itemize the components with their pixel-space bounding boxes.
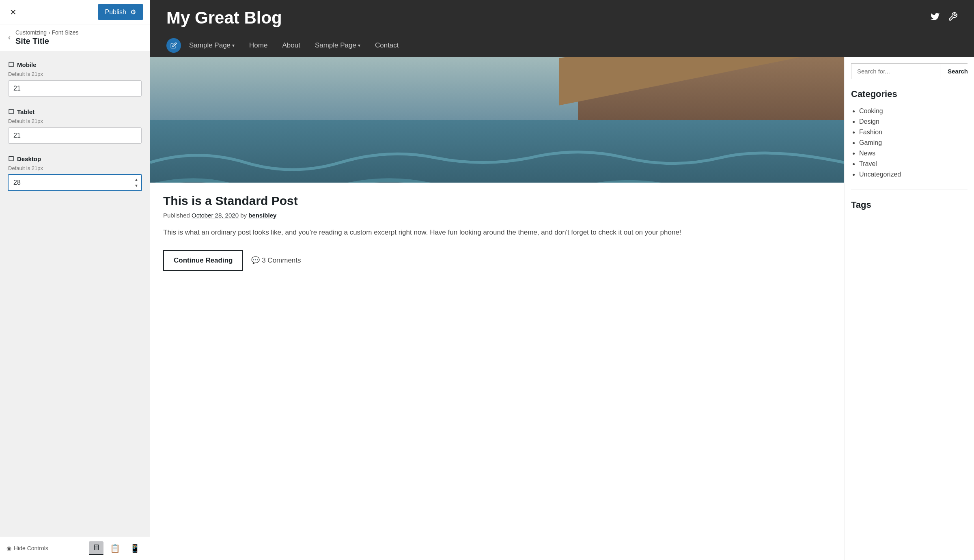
desktop-device-icon: ☐ <box>8 155 14 163</box>
breadcrumb-path: Customizing › Font Sizes <box>15 29 79 36</box>
continue-reading-button[interactable]: Continue Reading <box>163 250 243 271</box>
desktop-input[interactable] <box>8 174 142 191</box>
category-item[interactable]: Cooking <box>859 106 968 116</box>
nav-home[interactable]: Home <box>242 39 275 52</box>
comments-label: 3 Comments <box>262 256 301 264</box>
tags-widget: Tags <box>851 200 968 210</box>
sidebar: Search Categories CookingDesignFashionGa… <box>844 57 974 560</box>
publish-button[interactable]: Publish ⚙ <box>98 4 143 20</box>
site-nav: Sample Page ▾ Home About Sample Page ▾ C… <box>166 34 958 57</box>
nav-sample-page-1[interactable]: Sample Page ▾ <box>189 39 242 52</box>
blog-hero-image <box>150 57 844 183</box>
search-widget: Search <box>851 63 968 79</box>
preview-main: This is a Standard Post Published Octobe… <box>150 57 974 560</box>
top-bar: ✕ Publish ⚙ <box>0 0 150 24</box>
tablet-viewport-button[interactable]: 📋 <box>107 541 123 555</box>
dropdown-arrow-1: ▾ <box>232 43 235 48</box>
nav-sample-page-2[interactable]: Sample Page ▾ <box>308 39 368 52</box>
header-icons <box>930 12 958 24</box>
hide-controls-label: Hide Controls <box>14 545 48 551</box>
categories-widget: Categories CookingDesignFashionGamingNew… <box>851 89 968 190</box>
preview-area: My Great Blog <box>150 0 974 560</box>
tablet-section: ☐ Tablet Default is 21px <box>8 108 142 144</box>
svg-rect-13 <box>150 120 844 183</box>
tags-title: Tags <box>851 200 968 210</box>
category-item[interactable]: Gaming <box>859 138 968 148</box>
desktop-default-hint: Default is 21px <box>8 165 142 171</box>
twitter-icon[interactable] <box>930 12 940 24</box>
customizer-panel: ✕ Publish ⚙ ‹ Customizing › Font Sizes S… <box>0 0 150 560</box>
post-title: This is a Standard Post <box>163 194 831 208</box>
mobile-input[interactable] <box>8 80 142 97</box>
publish-label: Publish <box>105 9 126 16</box>
mobile-default-hint: Default is 21px <box>8 71 142 77</box>
gear-icon: ⚙ <box>130 8 136 16</box>
tablet-icon: ☐ <box>8 108 14 116</box>
mobile-icon: ☐ <box>8 61 14 69</box>
categories-title: Categories <box>851 89 968 99</box>
category-item[interactable]: Fashion <box>859 127 968 138</box>
comments-icon: 💬 <box>251 256 260 264</box>
comments-link[interactable]: 💬 3 Comments <box>251 256 301 265</box>
breadcrumb-title: Site Title <box>15 37 79 46</box>
desktop-label: ☐ Desktop <box>8 155 142 163</box>
mobile-section: ☐ Mobile Default is 21px <box>8 61 142 97</box>
category-item[interactable]: Uncategorized <box>859 169 968 180</box>
desktop-increment[interactable]: ▲ <box>133 177 140 183</box>
search-input[interactable] <box>851 64 940 79</box>
desktop-spinner: ▲ ▼ <box>133 177 140 189</box>
tablet-default-hint: Default is 21px <box>8 118 142 124</box>
site-title-row: My Great Blog <box>166 8 958 34</box>
search-button[interactable]: Search <box>940 64 974 79</box>
eye-icon: ◉ <box>6 545 11 551</box>
viewport-buttons: 🖥 📋 📱 <box>89 541 143 555</box>
close-button[interactable]: ✕ <box>6 4 20 20</box>
post-excerpt: This is what an ordinary post looks like… <box>163 227 831 239</box>
breadcrumb-section: ‹ Customizing › Font Sizes Site Title <box>0 24 150 51</box>
category-item[interactable]: Design <box>859 116 968 127</box>
blog-content: This is a Standard Post Published Octobe… <box>150 57 844 560</box>
dropdown-arrow-2: ▾ <box>358 43 360 48</box>
tablet-input[interactable] <box>8 127 142 144</box>
desktop-section: ☐ Desktop Default is 21px ▲ ▼ <box>8 155 142 191</box>
desktop-input-wrapper: ▲ ▼ <box>8 174 142 191</box>
tablet-label: ☐ Tablet <box>8 108 142 116</box>
category-item[interactable]: Travel <box>859 159 968 169</box>
desktop-viewport-button[interactable]: 🖥 <box>89 541 103 555</box>
site-title: My Great Blog <box>166 8 282 28</box>
breadcrumb-inner: Customizing › Font Sizes Site Title <box>15 29 79 46</box>
mobile-label: ☐ Mobile <box>8 61 142 69</box>
post-meta: Published October 28, 2020 by bensibley <box>163 212 831 219</box>
panel-content: ☐ Mobile Default is 21px ☐ Tablet Defaul… <box>0 51 150 536</box>
desktop-decrement[interactable]: ▼ <box>133 183 140 189</box>
nav-about[interactable]: About <box>275 39 307 52</box>
post-meta-date[interactable]: October 28, 2020 <box>192 212 239 219</box>
nav-contact[interactable]: Contact <box>368 39 406 52</box>
category-item[interactable]: News <box>859 148 968 159</box>
hide-controls-button[interactable]: ◉ Hide Controls <box>6 545 48 551</box>
back-button[interactable]: ‹ <box>8 33 11 42</box>
post-meta-author[interactable]: bensibley <box>248 212 276 219</box>
post-actions: Continue Reading 💬 3 Comments <box>163 250 831 271</box>
nav-edit-button[interactable] <box>166 38 181 53</box>
category-list: CookingDesignFashionGamingNewsTravelUnca… <box>851 106 968 180</box>
tools-icon[interactable] <box>948 12 958 24</box>
bottom-bar: ◉ Hide Controls 🖥 📋 📱 <box>0 536 150 560</box>
post-body: This is a Standard Post Published Octobe… <box>150 183 844 282</box>
site-header: My Great Blog <box>150 0 974 57</box>
mobile-viewport-button[interactable]: 📱 <box>127 541 143 555</box>
